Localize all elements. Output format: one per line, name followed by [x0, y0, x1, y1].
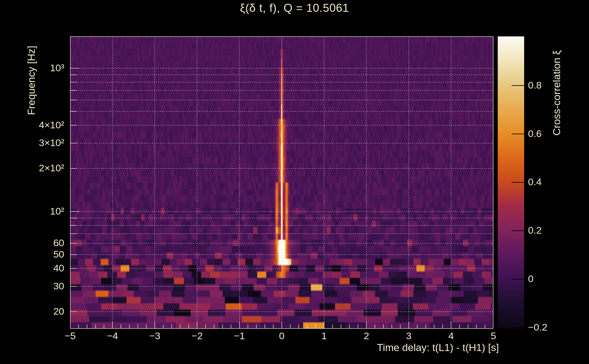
x-tick-label: −2	[181, 330, 213, 341]
x-tick-label: −1	[223, 330, 255, 341]
colorbar-tick-label: −0.2	[528, 322, 547, 333]
y-tick-label: 3×10²	[0, 137, 64, 149]
cross-correlation-figure: ξ(δ t, f), Q = 10.5061 −5−4−3−2−1012345 …	[0, 0, 589, 364]
colorbar-tick-label: 0.2	[528, 225, 542, 237]
x-tick-label: 1	[308, 330, 340, 341]
y-tick-label: 20	[0, 306, 64, 318]
colorbar-tick-label: 0.4	[528, 176, 542, 188]
y-tick-label: 4×10²	[0, 119, 64, 131]
x-tick-label: 5	[478, 330, 509, 341]
x-tick-label: 4	[435, 330, 467, 341]
y-tick-label: 10²	[0, 206, 64, 217]
colorbar-tick-label: 0.8	[528, 80, 542, 91]
x-tick-label: −4	[97, 330, 128, 341]
y-tick-label: 50	[0, 249, 64, 260]
y-tick-label: 30	[0, 280, 64, 292]
x-tick-label: 0	[266, 330, 298, 341]
y-tick-label: 40	[0, 263, 64, 274]
x-tick-label: 3	[393, 330, 425, 341]
chart-title: ξ(δ t, f), Q = 10.5061	[0, 1, 589, 14]
y-axis-title: Frequency [Hz]	[26, 46, 37, 115]
colorbar-tick-label: 0	[528, 273, 533, 285]
y-tick-label: 2×10²	[0, 162, 64, 174]
colorbar-title: Cross-correlation ξ	[551, 50, 563, 136]
y-tick-label: 60	[0, 237, 64, 249]
x-axis-title: Time delay: t(L1) - t(H1) [s]	[319, 342, 499, 354]
x-tick-label: −3	[139, 330, 171, 341]
colorbar-tick-label: 0.6	[528, 128, 542, 140]
x-tick-label: 2	[351, 330, 382, 341]
x-tick-label: −5	[54, 330, 86, 341]
colorbar-canvas	[498, 36, 524, 329]
heatmap-canvas	[70, 36, 493, 329]
